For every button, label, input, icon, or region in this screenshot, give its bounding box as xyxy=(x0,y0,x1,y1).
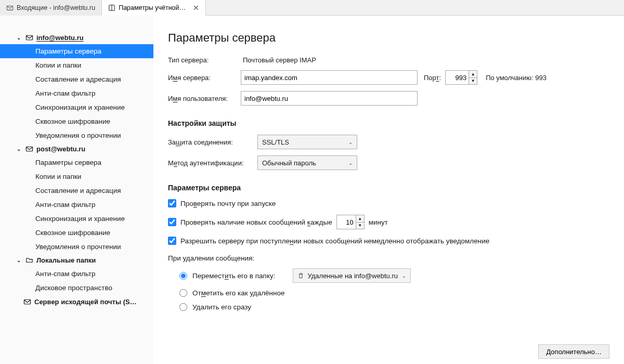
server-type-value: Почтовый сервер IMAP xyxy=(241,56,316,64)
delete-heading: При удалении сообщения: xyxy=(168,254,609,262)
username-input[interactable] xyxy=(241,91,418,106)
tab-label: Входящие - info@webtu.ru xyxy=(17,4,95,11)
sidebar-item-antispam[interactable]: Анти-спам фильтр xyxy=(0,86,153,100)
server-type-label: Тип сервера: xyxy=(168,56,237,64)
spin-down-icon[interactable]: ▼ xyxy=(469,78,477,85)
server-name-input[interactable] xyxy=(241,70,418,85)
chevron-down-icon: ⌄ xyxy=(16,35,22,41)
trash-folder-select[interactable]: Удаленные на info@webtu.ru ⌄ xyxy=(293,268,410,283)
auth-method-select[interactable]: Обычный пароль ⌄ xyxy=(257,155,357,170)
outgoing-label: Сервер исходящей почты (S… xyxy=(34,298,137,306)
settings-content: Параметры сервера Тип сервера: Почтовый … xyxy=(153,16,624,364)
mail-icon xyxy=(25,34,33,42)
account-header-post[interactable]: ⌄ post@webtu.ru xyxy=(0,142,153,155)
server-name-label: Имя сервера: xyxy=(168,74,237,82)
sidebar-item-encryption[interactable]: Сквозное шифрование xyxy=(0,114,153,128)
sidebar-item-antispam[interactable]: Анти-спам фильтр xyxy=(0,198,153,212)
server-settings-heading: Параметры сервера xyxy=(168,184,609,192)
sidebar-item-encryption[interactable]: Сквозное шифрование xyxy=(0,226,153,240)
sidebar-item-copies[interactable]: Копии и папки xyxy=(0,58,153,72)
check-idle-label: Разрешить серверу при поступлении новых … xyxy=(180,237,489,245)
radio-move-to-folder[interactable] xyxy=(179,272,187,280)
trash-icon xyxy=(297,272,304,279)
account-name: post@webtu.ru xyxy=(36,145,85,153)
spin-up-icon[interactable]: ▲ xyxy=(469,71,477,78)
connection-security-select[interactable]: SSL/TLS ⌄ xyxy=(257,135,357,149)
chevron-down-icon: ⌄ xyxy=(16,146,22,152)
sidebar-item-server-params[interactable]: Параметры сервера xyxy=(0,155,153,170)
sidebar-item-sync[interactable]: Синхронизация и хранение xyxy=(0,100,153,114)
port-spinner[interactable]: ▲▼ xyxy=(445,70,477,85)
inbox-icon xyxy=(6,4,14,11)
minutes-label: минут xyxy=(369,218,388,226)
accounts-sidebar: ⌄ info@webtu.ru Параметры сервера Копии … xyxy=(0,16,153,364)
tab-inbox[interactable]: Входящие - info@webtu.ru xyxy=(0,0,102,16)
sidebar-item-receipts[interactable]: Уведомления о прочтении xyxy=(0,128,153,142)
spin-up-icon[interactable]: ▲ xyxy=(356,215,364,223)
account-header-info[interactable]: ⌄ info@webtu.ru xyxy=(0,31,153,44)
username-label: Имя пользователя: xyxy=(168,95,237,102)
sidebar-item-compose[interactable]: Составление и адресация xyxy=(0,72,153,86)
interval-spinner[interactable]: ▲▼ xyxy=(336,215,365,229)
check-idle[interactable] xyxy=(168,237,176,245)
sidebar-outgoing[interactable]: Сервер исходящей почты (S… xyxy=(0,295,153,309)
mail-icon xyxy=(25,145,33,153)
sidebar-item-antispam[interactable]: Анти-спам фильтр xyxy=(0,267,153,281)
sidebar-item-compose[interactable]: Составление и адресация xyxy=(0,184,153,198)
account-name: Локальные папки xyxy=(36,256,96,264)
account-name: info@webtu.ru xyxy=(36,34,84,42)
auth-method-label: Метод аутентификации: xyxy=(168,159,253,167)
page-title: Параметры сервера xyxy=(168,31,609,45)
send-icon xyxy=(23,298,31,306)
radio-mark-deleted[interactable] xyxy=(179,289,187,297)
chevron-down-icon: ⌄ xyxy=(16,257,22,263)
interval-input[interactable] xyxy=(337,215,356,229)
sidebar-item-copies[interactable]: Копии и папки xyxy=(0,170,153,184)
folder-icon xyxy=(25,256,33,264)
address-book-icon xyxy=(108,4,115,11)
check-every-label: Проверять наличие новых сообщений каждые xyxy=(180,218,332,226)
advanced-button[interactable]: Дополнительно… xyxy=(538,344,609,359)
sidebar-item-receipts[interactable]: Уведомления о прочтении xyxy=(0,240,153,254)
radio-mark-label: Отметить его как удалённое xyxy=(192,289,284,297)
chevron-down-icon: ⌄ xyxy=(348,139,353,145)
default-port-text: По умолчанию: 993 xyxy=(486,74,547,82)
spin-down-icon[interactable]: ▼ xyxy=(356,223,364,229)
tab-account-settings[interactable]: Параметры учётной запис… ✕ xyxy=(102,0,206,16)
check-every[interactable] xyxy=(168,218,176,226)
check-on-startup[interactable] xyxy=(168,199,176,207)
sidebar-item-server-params[interactable]: Параметры сервера xyxy=(0,44,153,58)
check-on-startup-label: Проверять почту при запуске xyxy=(180,200,276,207)
sidebar-item-sync[interactable]: Синхронизация и хранение xyxy=(0,212,153,226)
close-icon[interactable]: ✕ xyxy=(193,4,199,12)
tab-label: Параметры учётной запис… xyxy=(119,4,187,11)
chevron-down-icon: ⌄ xyxy=(348,160,353,166)
radio-move-label: Переместить его в папку: xyxy=(192,272,275,280)
port-input[interactable] xyxy=(446,71,469,84)
account-header-local[interactable]: ⌄ Локальные папки xyxy=(0,254,153,267)
port-label: Порт: xyxy=(424,74,441,82)
radio-remove-label: Удалить его сразу xyxy=(192,303,251,311)
connection-security-label: Защита соединения: xyxy=(168,138,253,146)
sidebar-item-disk[interactable]: Дисковое пространство xyxy=(0,281,153,295)
security-heading: Настройки защиты xyxy=(168,119,609,127)
chevron-down-icon: ⌄ xyxy=(402,273,406,279)
tab-bar: Входящие - info@webtu.ru Параметры учётн… xyxy=(0,0,624,16)
radio-remove-now[interactable] xyxy=(179,303,187,311)
